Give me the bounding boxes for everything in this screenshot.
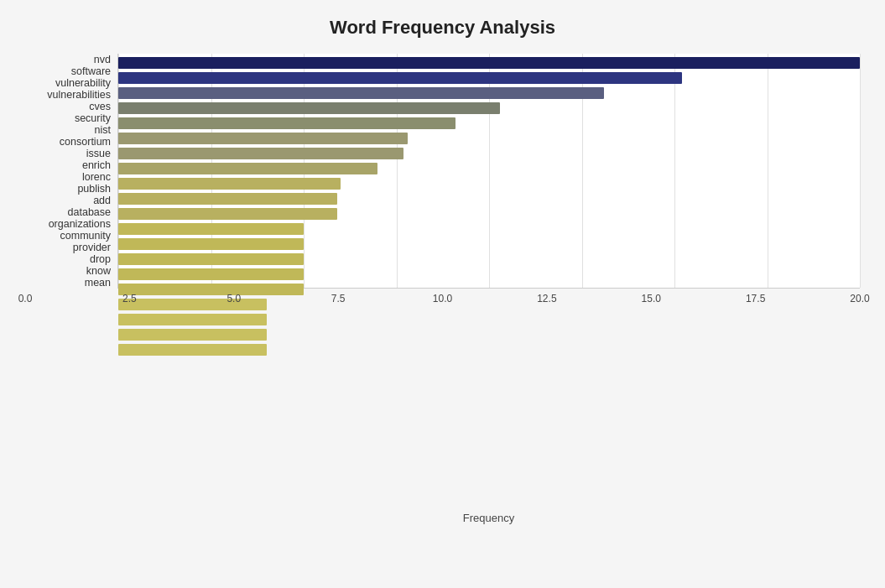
bar-row [118,221,860,237]
bar [118,117,456,129]
bar-row [118,267,860,282]
bar-row [118,176,860,191]
y-label: know [25,265,117,277]
y-label: add [25,195,117,206]
x-axis-label: 5.0 [226,293,241,304]
bar [118,102,500,114]
bar [118,268,304,280]
x-axis-labels: 0.02.55.07.510.012.515.017.520.0 [25,289,860,508]
y-label: publish [25,183,117,195]
y-labels: nvdsoftwarevulnerabilityvulnerabilitiesc… [25,54,117,289]
x-axis-label: 10.0 [433,293,452,304]
bar [118,178,341,190]
y-label: vulnerability [25,77,117,89]
bar-row [118,237,860,252]
bar-row [118,161,860,176]
x-axis-label: 17.5 [746,293,765,304]
bar-row [118,86,860,101]
bar [118,193,337,205]
grid-line [860,54,861,288]
bar-row [118,252,860,267]
x-axis-label: 2.5 [122,293,137,304]
chart-container: Word Frequency Analysis nvdsoftwarevulne… [0,0,885,588]
bars-wrapper [118,54,860,288]
bar-row [118,206,860,221]
x-axis-label: 0.0 [18,293,33,304]
y-label: mean [25,277,117,289]
y-label: provider [25,242,117,253]
bar-row [118,191,860,206]
bar [118,133,408,144]
bar-row [118,70,860,86]
bar-row [118,101,860,116]
x-axis-label: 7.5 [331,293,346,304]
bar [118,238,304,250]
y-label: issue [25,148,117,159]
bars-section: nvdsoftwarevulnerabilityvulnerabilitiesc… [25,54,860,289]
x-axis-label: 12.5 [537,293,556,304]
y-label: lorenc [25,171,117,183]
y-label: security [25,112,117,124]
chart-area: nvdsoftwarevulnerabilityvulnerabilitiesc… [25,54,860,524]
y-label: nist [25,124,117,136]
y-label: database [25,206,117,218]
bar-row [118,116,860,131]
bar [118,208,337,220]
bar [118,223,304,235]
bar [118,57,860,69]
bar [118,253,304,265]
bars-and-grid [117,54,860,289]
bar-row [118,131,860,146]
bar [118,163,377,174]
y-label: drop [25,253,117,265]
bar [118,72,682,84]
x-axis-label: 20.0 [850,293,869,304]
y-label: community [25,230,117,242]
bar-row [118,55,860,70]
y-label: organizations [25,218,117,230]
y-label: enrich [25,159,117,171]
y-label: consortium [25,136,117,148]
x-axis-title: Frequency [117,512,860,524]
x-axis-label: 15.0 [642,293,661,304]
bar-row [118,146,860,161]
y-label: software [25,65,117,77]
y-label: cves [25,101,117,112]
y-label: nvd [25,54,117,65]
chart-title: Word Frequency Analysis [25,17,860,39]
bar [118,148,403,159]
y-label: vulnerabilities [25,89,117,101]
bar [118,87,604,99]
